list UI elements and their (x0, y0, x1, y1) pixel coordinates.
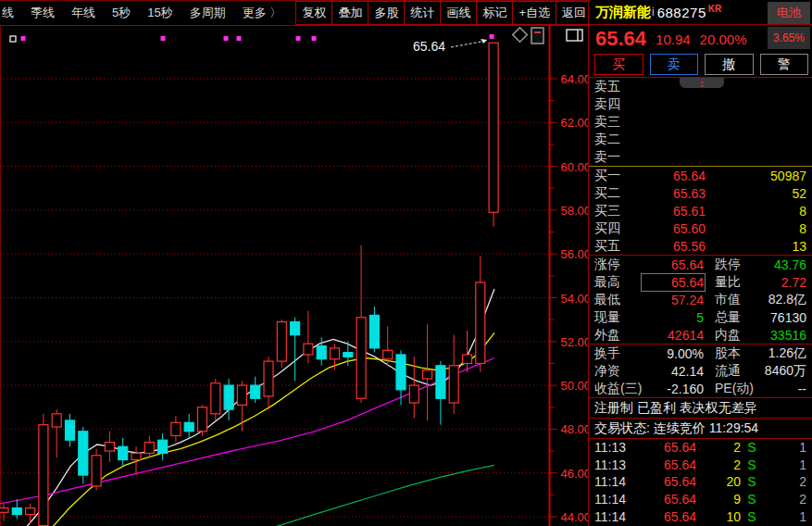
candle-body (331, 348, 340, 359)
tick-row: 11:1365.642S1 (589, 457, 812, 474)
diamond-tool-icon[interactable] (513, 28, 528, 43)
toolbar-item-2[interactable]: 年线 (63, 5, 104, 21)
collapse-panel-icon[interactable] (567, 30, 582, 41)
tick-count: 1 (763, 457, 806, 472)
stat-row: 涨停65.64跌停43.76 (589, 256, 812, 273)
stock-header: 万润新能 i 688275 KR 电池 (589, 0, 812, 25)
sector-button[interactable]: 电池 (768, 2, 810, 24)
stat-value: 43.76 (752, 257, 806, 272)
stat-label: 量比 (704, 274, 752, 291)
candle-body (436, 366, 445, 398)
candle-body (277, 322, 286, 362)
tick-qty: 2 (696, 440, 741, 455)
bid-row[interactable]: 买二65.6352 (589, 184, 812, 202)
sector-change: 3.65% (768, 27, 810, 49)
event-marker (312, 36, 317, 41)
trade-button-卖[interactable]: 卖 (650, 54, 699, 75)
stats-grid: 涨停65.64跌停43.76最高65.64量比2.72最低57.24市值82.8… (589, 256, 812, 344)
y-axis-label: 62.00 (561, 116, 589, 130)
stat-value: 42.14 (643, 364, 704, 379)
stat-value: 57.24 (643, 293, 704, 307)
candle-body (423, 370, 432, 379)
toolbar-button-4[interactable]: 画线 (440, 1, 476, 25)
ask-row[interactable]: 卖一 (589, 148, 812, 166)
y-axis-label: 54.00 (561, 292, 589, 306)
event-marker (21, 36, 26, 41)
toolbar-button-0[interactable]: 复权 (295, 1, 331, 25)
ask-row[interactable]: 卖四 (589, 95, 812, 113)
toolbar-button-3[interactable]: 统计 (404, 1, 440, 25)
stat-label: 外盘 (594, 327, 643, 344)
candle-body (92, 456, 101, 486)
toolbar-item-0[interactable]: 线 (0, 5, 22, 21)
tick-price: 65.64 (637, 509, 696, 523)
bid-row[interactable]: 买一65.6450987 (589, 167, 812, 184)
ask-row[interactable]: 卖二 (589, 131, 812, 148)
last-price: 65.64 (595, 27, 646, 51)
candle-body (211, 383, 220, 414)
stock-code: 688275 (657, 5, 706, 20)
annotation-arrowhead (481, 39, 487, 44)
candle-body (119, 446, 128, 459)
candle-body (105, 443, 114, 451)
toolbar-button-6[interactable]: +自选 (512, 1, 556, 25)
tick-price: 65.64 (637, 440, 696, 455)
level-price: 65.61 (633, 204, 706, 219)
candle-body (224, 385, 233, 409)
level-label: 买五 (594, 238, 633, 255)
toolbar-item-1[interactable]: 季线 (22, 5, 63, 21)
level-price: 65.63 (633, 186, 706, 201)
tick-list: 11:1365.642S111:1365.642S111:1465.6420S2… (589, 439, 812, 523)
level-price: 65.60 (633, 221, 706, 236)
stat-row: 最高65.64量比2.72 (589, 273, 812, 291)
period-menu: 线季线年线5秒15秒多周期更多 〉 (0, 1, 295, 25)
toolbar-buttons: 复权叠加多股统计画线标记+自选返回 (295, 1, 593, 25)
tick-side: S (741, 474, 763, 489)
trade-button-买[interactable]: 买 (594, 54, 643, 75)
candlestick-chart[interactable]: 64.0062.0060.0058.0056.0054.0052.0050.00… (0, 26, 588, 526)
y-axis-label: 58.00 (561, 204, 589, 218)
toolbar-button-2[interactable]: 多股 (368, 1, 404, 25)
candle-body (79, 432, 88, 475)
toolbar-button-5[interactable]: 标记 (476, 1, 512, 25)
chart-area[interactable]: 64.0062.0060.0058.0056.0054.0052.0050.00… (0, 26, 588, 526)
level-label: 卖五 (594, 79, 633, 95)
price-change-pct: 20.00% (700, 31, 747, 47)
bid-row[interactable]: 买三65.618 (589, 202, 812, 219)
stat-label: 跌停 (704, 257, 752, 273)
tick-row: 11:1465.6420S2 (589, 473, 812, 491)
financial-grid: 换手9.00%股本1.26亿净资42.14流通8460万收益(三)-2.160P… (589, 344, 812, 397)
bid-row[interactable]: 买四65.608 (589, 219, 812, 237)
registration-notice: 注册制 已盈利 表决权无差异 (589, 398, 812, 418)
note-tool-icon[interactable] (531, 28, 543, 44)
toolbar-item-6[interactable]: 更多 〉 (234, 5, 291, 21)
level-volume: 13 (706, 239, 806, 254)
level-label: 买一 (594, 168, 633, 184)
trade-button-撤[interactable]: 撤 (705, 54, 754, 75)
toolbar-button-7[interactable]: 返回 (556, 1, 593, 25)
tick-qty: 9 (696, 492, 741, 507)
tick-side: S (741, 509, 763, 523)
bid-row[interactable]: 买五65.5613 (589, 237, 812, 255)
tick-qty: 2 (696, 457, 741, 472)
toolbar-item-3[interactable]: 5秒 (104, 5, 139, 21)
candle-body (356, 318, 366, 399)
level-price: 65.56 (633, 239, 706, 254)
candle-body (463, 355, 472, 363)
candle-body (291, 322, 300, 335)
toolbar-item-5[interactable]: 多周期 (181, 5, 234, 21)
info-icon[interactable]: i (652, 6, 655, 19)
level-label: 买二 (594, 185, 633, 202)
stat-value: 42614 (643, 328, 704, 343)
collapse-orderbook-button[interactable]: ⌄⌄ (680, 78, 724, 88)
stat-value: 9.00% (643, 346, 704, 361)
tick-count: 1 (763, 440, 806, 455)
toolbar-button-1[interactable]: 叠加 (331, 1, 368, 25)
ask-row[interactable]: 卖三 (589, 113, 812, 131)
level-label: 卖一 (594, 149, 633, 166)
stat-value: 33516 (752, 328, 806, 343)
legend-marker-icon (10, 36, 16, 42)
toolbar-item-4[interactable]: 15秒 (139, 5, 181, 21)
candle-body (449, 366, 458, 403)
trade-button-警[interactable]: 警 (760, 54, 809, 75)
